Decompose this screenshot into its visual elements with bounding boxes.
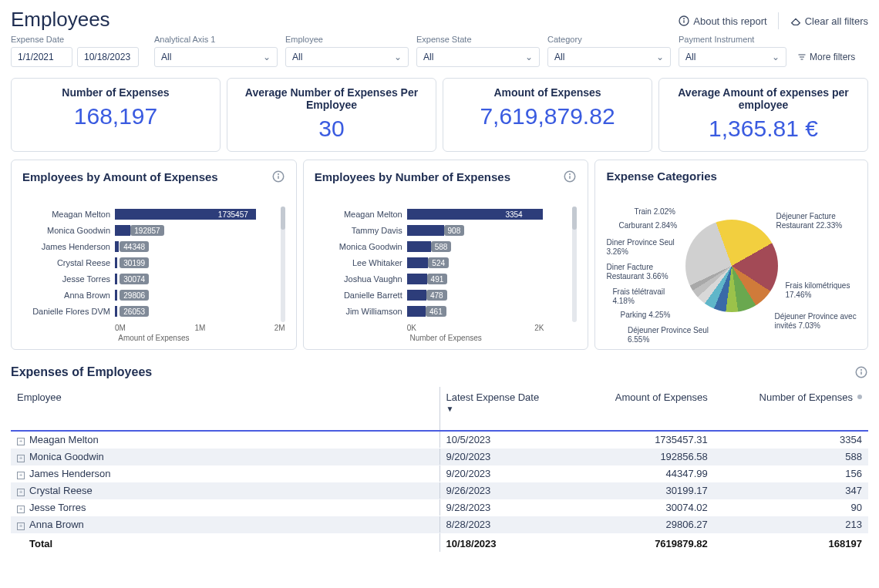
metric-value: 30 [238, 116, 425, 142]
metric-card-expenses-count: Number of Expenses 168,197 [11, 78, 221, 152]
expand-icon[interactable]: + [17, 438, 25, 445]
options-icon[interactable] [857, 395, 862, 399]
bar-row[interactable]: Danielle Barrett 478 [315, 287, 570, 303]
bar-label: Crystal Reese [22, 258, 115, 267]
info-icon[interactable] [271, 170, 285, 183]
bar-row[interactable]: Meagan Melton 1735457 [22, 207, 278, 222]
metric-value: 7,619,879.82 [454, 103, 641, 129]
bar-label: Tammy Davis [315, 226, 407, 235]
pie-slice-label: Déjeuner FactureRestaurant 22.33% [776, 212, 842, 230]
bar-label: James Henderson [22, 242, 115, 251]
bar-row[interactable]: Anna Brown 29806 [22, 287, 278, 303]
expand-icon[interactable]: + [17, 522, 25, 530]
bar-label: Anna Brown [22, 291, 115, 300]
bar-label: Meagan Melton [315, 210, 407, 219]
pie-slice-label: Diner FactureRestaurant 3.66% [606, 263, 668, 281]
expenses-table[interactable]: Employee Latest Expense Date▼ Amount of … [11, 387, 868, 553]
bar-row[interactable]: Monica Goodwin 588 [315, 239, 570, 254]
scrollbar[interactable] [572, 207, 577, 322]
bar-row[interactable]: Monica Goodwin 192857 [22, 223, 278, 238]
metric-title: Amount of Expenses [454, 86, 641, 99]
bar-chart-count[interactable]: Meagan Melton 3354 Tammy Davis 908 Monic… [315, 207, 570, 322]
sort-desc-icon: ▼ [446, 405, 554, 413]
category-select[interactable]: All⌄ [547, 47, 671, 67]
employee-select[interactable]: All⌄ [285, 47, 409, 67]
chevron-down-icon: ⌄ [394, 52, 402, 62]
filter-label-date: Expense Date [11, 35, 146, 44]
pie-chart[interactable]: Déjeuner FactureRestaurant 22.33%Frais k… [606, 189, 857, 343]
bar-row[interactable]: Jim Williamson 461 [315, 304, 570, 319]
chart-card-count: Employees by Number of Expenses Meagan M… [303, 160, 589, 350]
scrollbar[interactable] [281, 207, 285, 322]
bar-chart-amount[interactable]: Meagan Melton 1735457 Monica Goodwin 192… [22, 207, 278, 322]
bar-row[interactable]: James Henderson 44348 [22, 239, 278, 254]
clear-filters-link[interactable]: Clear all filters [790, 15, 868, 27]
about-report-link[interactable]: About this report [678, 15, 766, 27]
pie-slice-label: Parking 4.25% [620, 311, 670, 320]
column-header-date[interactable]: Latest Expense Date▼ [440, 387, 560, 431]
table-row[interactable]: +Jesse Torres 9/28/2023 30074.02 90 [11, 499, 868, 516]
pie-slice-label: Déjeuner Province Seul6.55% [628, 326, 709, 344]
axis-ticks: 0K2K [407, 324, 578, 332]
metric-value: 1,365.81 € [670, 116, 857, 142]
info-icon[interactable] [563, 170, 577, 183]
state-select[interactable]: All⌄ [416, 47, 540, 67]
axis-ticks: 0M1M2M [115, 324, 285, 332]
info-icon [678, 15, 690, 27]
pie-slice-label: Train 2.02% [634, 207, 675, 217]
bar-row[interactable]: Jesse Torres 30074 [22, 271, 278, 287]
pie-slice-label: Frais kilométriques17.46% [785, 281, 850, 300]
metric-card-avg-amount: Average Amount of expenses per employee … [658, 78, 868, 152]
chart-card-pie: Expense Categories Déjeuner FactureResta… [594, 160, 868, 350]
bar-row[interactable]: Tammy Davis 908 [315, 223, 570, 238]
bar-label: Jesse Torres [22, 274, 115, 284]
expand-icon[interactable]: + [17, 455, 25, 462]
chevron-down-icon: ⌄ [656, 52, 664, 62]
about-report-label: About this report [693, 15, 766, 27]
payment-select[interactable]: All⌄ [679, 47, 786, 67]
clear-filters-label: Clear all filters [805, 15, 868, 27]
bar-label: Joshua Vaughn [315, 274, 407, 284]
chevron-down-icon: ⌄ [263, 52, 271, 62]
table-row[interactable]: +Crystal Reese 9/26/2023 30199.17 347 [11, 482, 868, 499]
pie-slice-label: Carburant 2.84% [618, 221, 677, 230]
expand-icon[interactable]: + [17, 506, 25, 513]
bar-row[interactable]: Joshua Vaughn 491 [315, 271, 570, 287]
bar-row[interactable]: Lee Whitaker 524 [315, 255, 570, 270]
bar-row[interactable]: Crystal Reese 30199 [22, 255, 278, 270]
metric-card-amount: Amount of Expenses 7,619,879.82 [443, 78, 652, 152]
chart-title: Expense Categories [606, 170, 716, 183]
column-header-amount[interactable]: Amount of Expenses [560, 387, 714, 431]
metric-title: Average Amount of expenses per employee [670, 86, 857, 111]
pie-slice-label: Diner Province Seul3.26% [606, 238, 674, 257]
filter-label-employee: Employee [285, 35, 409, 44]
chevron-down-icon: ⌄ [525, 52, 533, 62]
pie-disc [685, 220, 778, 312]
table-row[interactable]: +Anna Brown 8/28/2023 29806.27 213 [11, 516, 868, 533]
column-header-employee[interactable]: Employee [11, 387, 440, 431]
chart-title: Employees by Number of Expenses [315, 170, 510, 183]
bar-row[interactable]: Meagan Melton 3354 [315, 207, 570, 222]
bar-label: Danielle Flores DVM [22, 307, 115, 316]
expand-icon[interactable]: + [17, 489, 25, 496]
filter-icon [797, 52, 807, 62]
date-from-input[interactable]: 1/1/2021 [11, 47, 72, 67]
axis-select[interactable]: All⌄ [154, 47, 278, 67]
filter-label-state: Expense State [416, 35, 540, 44]
table-row[interactable]: +James Henderson 9/20/2023 44347.99 156 [11, 465, 868, 482]
info-icon[interactable] [854, 365, 868, 379]
svg-point-14 [861, 370, 862, 371]
bar-label: Jim Williamson [315, 307, 407, 316]
column-header-count[interactable]: Number of Expenses [714, 387, 868, 431]
table-row[interactable]: +Monica Goodwin 9/20/2023 192856.58 588 [11, 449, 868, 465]
expand-icon[interactable]: + [17, 472, 25, 479]
table-title: Expenses of Employees [11, 365, 152, 379]
bar-label: Lee Whitaker [315, 258, 407, 267]
table-row[interactable]: +Meagan Melton 10/5/2023 1735457.31 3354 [11, 431, 868, 449]
bar-row[interactable]: Danielle Flores DVM 26053 [22, 304, 278, 319]
date-to-input[interactable]: 10/18/2023 [77, 47, 139, 67]
svg-point-8 [278, 174, 278, 175]
axis-label: Amount of Expenses [22, 334, 285, 342]
more-filters-link[interactable]: More filters [797, 47, 855, 67]
svg-point-11 [570, 174, 571, 175]
